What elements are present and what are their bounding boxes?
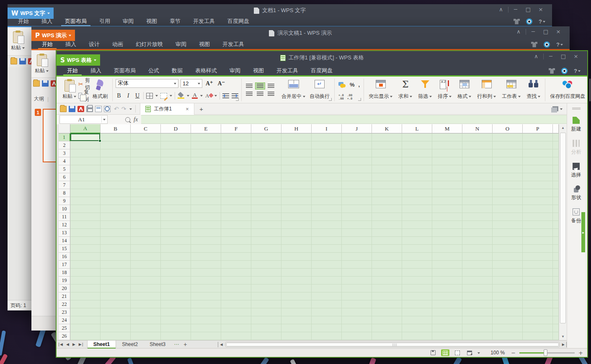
grid-cell[interactable]	[523, 229, 553, 237]
grid-cell[interactable]	[372, 181, 402, 189]
writer-tab[interactable]: 开发工具	[187, 17, 221, 26]
grid-cell[interactable]	[70, 173, 101, 181]
grid-cell[interactable]	[372, 285, 402, 292]
grid-cell[interactable]	[402, 316, 432, 324]
grid-cell[interactable]	[342, 141, 372, 149]
grid-cell[interactable]	[131, 332, 161, 340]
grid-cell[interactable]	[70, 300, 101, 308]
find-button[interactable]: 查找	[524, 79, 542, 101]
grid-cell[interactable]	[161, 292, 191, 300]
grid-cell[interactable]	[493, 269, 523, 277]
grid-cell[interactable]	[191, 205, 221, 213]
page-break-view-button[interactable]	[453, 349, 462, 356]
sheet-tab[interactable]: 视图	[247, 66, 270, 75]
grid-cell[interactable]	[372, 277, 402, 285]
grid-cell[interactable]	[191, 189, 221, 197]
grid-cell[interactable]	[462, 245, 493, 253]
grid-cell[interactable]	[523, 253, 553, 261]
grid-cell[interactable]	[161, 332, 191, 340]
grid-cell[interactable]	[493, 149, 523, 157]
column-header[interactable]: M	[432, 124, 462, 133]
save-icon[interactable]	[19, 58, 26, 64]
writer-paste-button[interactable]: 粘贴	[11, 31, 25, 51]
grid-cell[interactable]	[553, 181, 559, 189]
grid-cell[interactable]	[523, 324, 553, 332]
help-icon[interactable]: ?	[574, 68, 581, 74]
grid-cell[interactable]	[523, 197, 553, 205]
grid-cell[interactable]	[553, 285, 559, 292]
row-header[interactable]: 7	[59, 181, 70, 189]
grid-cell[interactable]	[342, 300, 372, 308]
grid-cell[interactable]	[493, 165, 523, 173]
print-preview-icon[interactable]	[95, 106, 102, 112]
row-header[interactable]: 15	[59, 245, 70, 253]
presentation-tab[interactable]: 插入	[59, 40, 83, 49]
grid-cell[interactable]	[161, 237, 191, 245]
grid-cell[interactable]	[493, 197, 523, 205]
grid-cell[interactable]	[251, 173, 281, 181]
grid-cell[interactable]	[372, 269, 402, 277]
worksheet-tab[interactable]: Sheet3	[144, 341, 171, 349]
grid-cell[interactable]	[462, 133, 493, 141]
grid-cell[interactable]	[70, 181, 101, 189]
grid-cell[interactable]	[101, 253, 131, 261]
row-header[interactable]: 22	[59, 300, 70, 308]
presentation-app-menu-button[interactable]: P WPS 演示	[31, 30, 75, 41]
close-icon[interactable]: ×	[570, 53, 582, 59]
grid-cell[interactable]	[251, 316, 281, 324]
grid-cell[interactable]	[312, 229, 342, 237]
grid-cell[interactable]	[402, 229, 432, 237]
save-icon[interactable]	[69, 106, 75, 112]
grid-cell[interactable]	[101, 173, 131, 181]
grid-cell[interactable]	[462, 221, 493, 229]
grid-cell[interactable]	[131, 300, 161, 308]
comma-format-icon[interactable]: ,	[359, 82, 360, 88]
align-bottom-icon[interactable]	[266, 82, 276, 90]
column-header[interactable]: P	[523, 124, 553, 133]
grid-cell[interactable]	[131, 277, 161, 285]
grid-cell[interactable]	[462, 213, 493, 221]
name-box-dropdown-icon[interactable]	[103, 119, 106, 122]
grid-cell[interactable]	[221, 308, 251, 316]
grid-cell[interactable]	[462, 292, 493, 300]
grid-cell[interactable]	[312, 173, 342, 181]
grid-cell[interactable]	[221, 245, 251, 253]
grid-cell[interactable]	[342, 324, 372, 332]
column-header[interactable]: J	[342, 124, 372, 133]
grid-cell[interactable]	[161, 269, 191, 277]
grid-cell[interactable]	[131, 141, 161, 149]
presentation-tab[interactable]: 动画	[106, 40, 129, 49]
grid-cell[interactable]	[221, 292, 251, 300]
grid-cell[interactable]	[462, 253, 493, 261]
column-header[interactable]: H	[281, 124, 312, 133]
save-icon[interactable]	[42, 80, 49, 87]
grid-cell[interactable]	[131, 173, 161, 181]
grid-cell[interactable]	[312, 300, 342, 308]
help-icon[interactable]: ?	[556, 41, 563, 48]
grid-cell[interactable]	[70, 316, 101, 324]
normal-view-button[interactable]	[441, 349, 449, 356]
grid-cell[interactable]	[70, 213, 101, 221]
grid-cell[interactable]	[131, 308, 161, 316]
font-name-select[interactable]: 宋体	[116, 79, 178, 88]
presentation-tab[interactable]: 开始	[36, 40, 59, 49]
grid-cell[interactable]	[462, 269, 493, 277]
row-header[interactable]: 24	[59, 316, 70, 324]
grid-cell[interactable]	[251, 221, 281, 229]
grid-cell[interactable]	[70, 277, 101, 285]
grid-cell[interactable]	[342, 149, 372, 157]
grid-cell[interactable]	[342, 213, 372, 221]
grid-cell[interactable]	[221, 221, 251, 229]
grid-cell[interactable]	[312, 165, 342, 173]
grid-cell[interactable]	[523, 245, 553, 253]
grid-cell[interactable]	[462, 197, 493, 205]
grid-cell[interactable]	[402, 205, 432, 213]
grid-cell[interactable]	[251, 324, 281, 332]
grid-cell[interactable]	[191, 133, 221, 141]
export-pdf-icon[interactable]	[77, 106, 84, 112]
grid-cell[interactable]	[462, 285, 493, 292]
grid-cell[interactable]	[432, 165, 462, 173]
align-center-icon[interactable]	[255, 90, 265, 97]
grid-cell[interactable]	[462, 277, 493, 285]
grid-cell[interactable]	[523, 157, 553, 165]
